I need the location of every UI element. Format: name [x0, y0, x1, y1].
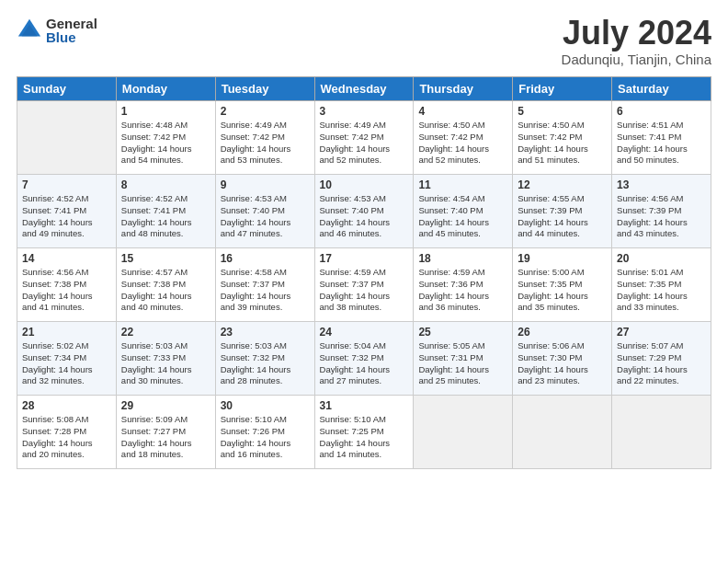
- calendar-table: SundayMondayTuesdayWednesdayThursdayFrid…: [17, 76, 711, 469]
- cell-info: Sunrise: 5:01 AMSunset: 7:35 PMDaylight:…: [617, 267, 706, 314]
- calendar-cell: 15Sunrise: 4:57 AMSunset: 7:38 PMDayligh…: [116, 248, 215, 322]
- cell-info: Sunrise: 5:03 AMSunset: 7:32 PMDaylight:…: [221, 340, 310, 387]
- calendar-cell: [414, 396, 513, 469]
- cell-info: Sunrise: 4:53 AMSunset: 7:40 PMDaylight:…: [320, 193, 409, 240]
- day-header-wednesday: Wednesday: [314, 77, 414, 101]
- cell-date: 13: [617, 178, 706, 191]
- cell-date: 25: [418, 326, 507, 339]
- calendar-cell: 6Sunrise: 4:51 AMSunset: 7:41 PMDaylight…: [612, 101, 711, 175]
- calendar-cell: [513, 396, 612, 469]
- calendar-week-2: 14Sunrise: 4:56 AMSunset: 7:38 PMDayligh…: [17, 248, 711, 322]
- cell-date: 2: [221, 105, 310, 118]
- cell-info: Sunrise: 5:10 AMSunset: 7:25 PMDaylight:…: [320, 414, 409, 461]
- cell-date: 20: [617, 252, 706, 265]
- logo-icon: [17, 17, 42, 43]
- day-header-tuesday: Tuesday: [215, 77, 314, 101]
- cell-info: Sunrise: 5:10 AMSunset: 7:26 PMDaylight:…: [221, 414, 310, 461]
- calendar-week-0: 1Sunrise: 4:48 AMSunset: 7:42 PMDaylight…: [17, 101, 711, 175]
- cell-date: 16: [221, 252, 310, 265]
- calendar-cell: 16Sunrise: 4:58 AMSunset: 7:37 PMDayligh…: [215, 248, 314, 322]
- calendar-cell: [612, 396, 711, 469]
- calendar-cell: 17Sunrise: 4:59 AMSunset: 7:37 PMDayligh…: [314, 248, 414, 322]
- cell-info: Sunrise: 5:06 AMSunset: 7:30 PMDaylight:…: [518, 340, 607, 387]
- calendar-week-4: 28Sunrise: 5:08 AMSunset: 7:28 PMDayligh…: [17, 396, 711, 469]
- calendar-cell: 11Sunrise: 4:54 AMSunset: 7:40 PMDayligh…: [414, 175, 513, 248]
- logo-text: General Blue: [46, 17, 97, 44]
- cell-date: 17: [320, 252, 409, 265]
- calendar-cell: 18Sunrise: 4:59 AMSunset: 7:36 PMDayligh…: [414, 248, 513, 322]
- cell-info: Sunrise: 4:49 AMSunset: 7:42 PMDaylight:…: [320, 120, 409, 167]
- cell-date: 23: [221, 326, 310, 339]
- calendar-cell: 24Sunrise: 5:04 AMSunset: 7:32 PMDayligh…: [314, 322, 414, 396]
- cell-info: Sunrise: 4:52 AMSunset: 7:41 PMDaylight:…: [22, 193, 111, 240]
- cell-date: 1: [121, 105, 210, 118]
- cell-date: 11: [418, 178, 507, 191]
- calendar-cell: 1Sunrise: 4:48 AMSunset: 7:42 PMDaylight…: [116, 101, 215, 175]
- cell-date: 4: [418, 105, 507, 118]
- calendar-cell: 19Sunrise: 5:00 AMSunset: 7:35 PMDayligh…: [513, 248, 612, 322]
- cell-date: 14: [22, 252, 111, 265]
- header: General Blue July 2024 Dadunqiu, Tianjin…: [17, 17, 711, 67]
- day-header-monday: Monday: [116, 77, 215, 101]
- cell-date: 3: [320, 105, 409, 118]
- calendar-cell: 10Sunrise: 4:53 AMSunset: 7:40 PMDayligh…: [314, 175, 414, 248]
- cell-info: Sunrise: 4:51 AMSunset: 7:41 PMDaylight:…: [617, 120, 706, 167]
- cell-date: 5: [518, 105, 607, 118]
- location: Dadunqiu, Tianjin, China: [562, 52, 711, 67]
- calendar-cell: 13Sunrise: 4:56 AMSunset: 7:39 PMDayligh…: [612, 175, 711, 248]
- cell-date: 10: [320, 178, 409, 191]
- calendar-cell: 9Sunrise: 4:53 AMSunset: 7:40 PMDaylight…: [215, 175, 314, 248]
- calendar-cell: 25Sunrise: 5:05 AMSunset: 7:31 PMDayligh…: [414, 322, 513, 396]
- cell-info: Sunrise: 4:59 AMSunset: 7:36 PMDaylight:…: [418, 267, 507, 314]
- cell-info: Sunrise: 4:50 AMSunset: 7:42 PMDaylight:…: [518, 120, 607, 167]
- cell-date: 21: [22, 326, 111, 339]
- cell-date: 24: [320, 326, 409, 339]
- cell-info: Sunrise: 5:04 AMSunset: 7:32 PMDaylight:…: [320, 340, 409, 387]
- cell-date: 12: [518, 178, 607, 191]
- cell-info: Sunrise: 4:48 AMSunset: 7:42 PMDaylight:…: [121, 120, 210, 167]
- cell-date: 7: [22, 178, 111, 191]
- logo-blue: Blue: [46, 30, 97, 44]
- day-header-sunday: Sunday: [17, 77, 117, 101]
- cell-date: 9: [221, 178, 310, 191]
- cell-info: Sunrise: 4:56 AMSunset: 7:38 PMDaylight:…: [22, 267, 111, 314]
- cell-date: 22: [121, 326, 210, 339]
- calendar-week-1: 7Sunrise: 4:52 AMSunset: 7:41 PMDaylight…: [17, 175, 711, 248]
- calendar-cell: 28Sunrise: 5:08 AMSunset: 7:28 PMDayligh…: [17, 396, 117, 469]
- cell-date: 28: [22, 399, 111, 412]
- calendar-cell: 22Sunrise: 5:03 AMSunset: 7:33 PMDayligh…: [116, 322, 215, 396]
- calendar-week-3: 21Sunrise: 5:02 AMSunset: 7:34 PMDayligh…: [17, 322, 711, 396]
- cell-info: Sunrise: 4:57 AMSunset: 7:38 PMDaylight:…: [121, 267, 210, 314]
- calendar-cell: 5Sunrise: 4:50 AMSunset: 7:42 PMDaylight…: [513, 101, 612, 175]
- cell-info: Sunrise: 4:58 AMSunset: 7:37 PMDaylight:…: [221, 267, 310, 314]
- calendar-cell: 27Sunrise: 5:07 AMSunset: 7:29 PMDayligh…: [612, 322, 711, 396]
- calendar-cell: 3Sunrise: 4:49 AMSunset: 7:42 PMDaylight…: [314, 101, 414, 175]
- day-header-thursday: Thursday: [414, 77, 513, 101]
- calendar-cell: 20Sunrise: 5:01 AMSunset: 7:35 PMDayligh…: [612, 248, 711, 322]
- page: General Blue July 2024 Dadunqiu, Tianjin…: [0, 0, 728, 563]
- cell-date: 26: [518, 326, 607, 339]
- month-title: July 2024: [562, 17, 711, 50]
- cell-info: Sunrise: 4:59 AMSunset: 7:37 PMDaylight:…: [320, 267, 409, 314]
- day-header-friday: Friday: [513, 77, 612, 101]
- cell-info: Sunrise: 4:49 AMSunset: 7:42 PMDaylight:…: [221, 120, 310, 167]
- day-header-saturday: Saturday: [612, 77, 711, 101]
- cell-date: 31: [320, 399, 409, 412]
- cell-info: Sunrise: 4:54 AMSunset: 7:40 PMDaylight:…: [418, 193, 507, 240]
- calendar-cell: 29Sunrise: 5:09 AMSunset: 7:27 PMDayligh…: [116, 396, 215, 469]
- calendar-header-row: SundayMondayTuesdayWednesdayThursdayFrid…: [17, 77, 711, 101]
- cell-info: Sunrise: 5:00 AMSunset: 7:35 PMDaylight:…: [518, 267, 607, 314]
- cell-info: Sunrise: 5:03 AMSunset: 7:33 PMDaylight:…: [121, 340, 210, 387]
- calendar-cell: 21Sunrise: 5:02 AMSunset: 7:34 PMDayligh…: [17, 322, 117, 396]
- calendar-cell: 14Sunrise: 4:56 AMSunset: 7:38 PMDayligh…: [17, 248, 117, 322]
- cell-info: Sunrise: 5:07 AMSunset: 7:29 PMDaylight:…: [617, 340, 706, 387]
- cell-info: Sunrise: 4:56 AMSunset: 7:39 PMDaylight:…: [617, 193, 706, 240]
- calendar-cell: 23Sunrise: 5:03 AMSunset: 7:32 PMDayligh…: [215, 322, 314, 396]
- cell-date: 19: [518, 252, 607, 265]
- calendar-cell: 31Sunrise: 5:10 AMSunset: 7:25 PMDayligh…: [314, 396, 414, 469]
- cell-info: Sunrise: 5:05 AMSunset: 7:31 PMDaylight:…: [418, 340, 507, 387]
- logo: General Blue: [17, 17, 97, 44]
- calendar-cell: 7Sunrise: 4:52 AMSunset: 7:41 PMDaylight…: [17, 175, 117, 248]
- calendar-cell: 2Sunrise: 4:49 AMSunset: 7:42 PMDaylight…: [215, 101, 314, 175]
- cell-date: 27: [617, 326, 706, 339]
